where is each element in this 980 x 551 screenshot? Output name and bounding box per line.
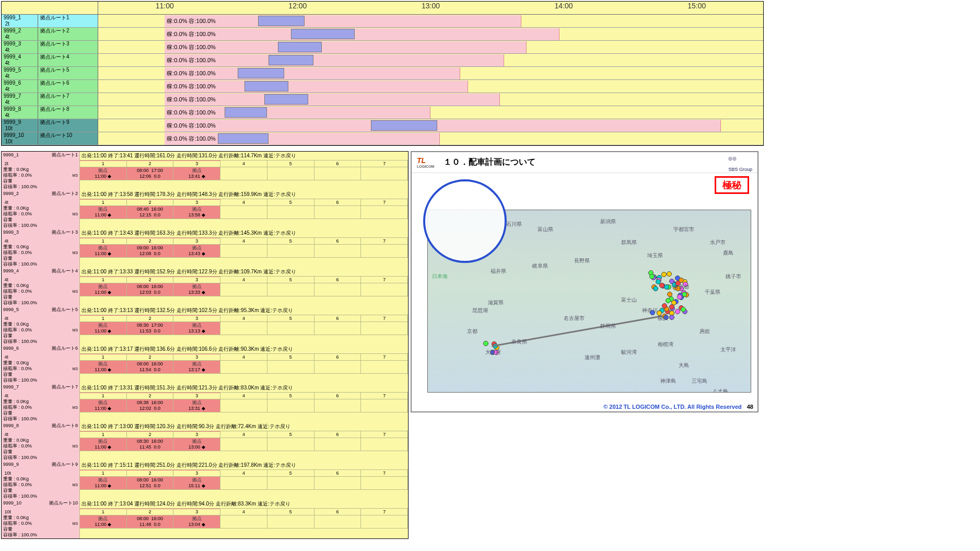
map-point-icon[interactable]	[653, 286, 658, 291]
detail-cell[interactable]: 208:40 16:0012:15 0.0	[127, 199, 174, 219]
detail-cell[interactable]: 5	[267, 238, 314, 258]
detail-cell[interactable]: 7	[361, 509, 408, 529]
gantt-bar-stop[interactable]	[264, 94, 308, 105]
gantt-bar-travel[interactable]: 稼:0.0% 容:100.0%	[165, 67, 460, 79]
detail-cell[interactable]: 4	[220, 354, 267, 374]
detail-cell[interactable]: 4	[220, 160, 267, 180]
detail-cell[interactable]: 208:30 17:0011:53 0.0	[127, 315, 174, 335]
gantt-row-label[interactable]: 9999_4 4t拠点ルート4	[2, 54, 98, 66]
gantt-bar-travel[interactable]: 稼:0.0% 容:100.0%	[165, 15, 521, 27]
detail-cell[interactable]: 3拠点13:58 ◆	[173, 199, 220, 219]
detail-cell[interactable]: 7	[361, 354, 408, 374]
detail-route-row[interactable]: 9999_5拠点ルート5 出発:11:00 終了:13:13 運行時間:132.…	[2, 306, 408, 345]
detail-cell[interactable]: 1拠点11:00 ◆	[80, 509, 127, 529]
detail-cell[interactable]: 4	[220, 431, 267, 451]
detail-cell[interactable]: 1拠点11:00 ◆	[80, 238, 127, 258]
detail-cell[interactable]: 7	[361, 431, 408, 451]
detail-cell[interactable]: 1拠点11:00 ◆	[80, 393, 127, 412]
gantt-row[interactable]: 9999_9 10t拠点ルート9稼:0.0% 容:100.0%	[2, 119, 763, 132]
gantt-bar-travel[interactable]: 稼:0.0% 容:100.0%	[165, 81, 468, 93]
gantt-row-label[interactable]: 9999_3 4t拠点ルート3	[2, 41, 98, 53]
detail-cell[interactable]: 7	[361, 238, 408, 258]
detail-cell[interactable]: 3拠点15:11 ◆	[173, 470, 220, 490]
gantt-row-label[interactable]: 9999_9 10t拠点ルート9	[2, 119, 98, 132]
detail-cell[interactable]: 1拠点11:00 ◆	[80, 160, 127, 180]
gantt-bar-stop[interactable]	[244, 81, 288, 91]
detail-cell[interactable]: 6	[314, 509, 361, 529]
gantt-row-label[interactable]: 9999_5 4t拠点ルート5	[2, 67, 98, 79]
detail-route-row[interactable]: 9999_4拠点ルート4 出発:11:00 終了:13:33 運行時間:152.…	[2, 268, 408, 306]
gantt-bar-travel[interactable]: 稼:0.0% 容:100.0%	[165, 133, 440, 145]
detail-cell[interactable]: 7	[361, 470, 408, 490]
map-point-icon[interactable]	[669, 304, 674, 309]
detail-cell[interactable]: 5	[267, 354, 314, 374]
gantt-row-label[interactable]: 9999_8 4t拠点ルート8	[2, 106, 98, 119]
gantt-row[interactable]: 9999_3 4t拠点ルート3稼:0.0% 容:100.0%	[2, 41, 763, 54]
gantt-bar-travel[interactable]: 稼:0.0% 容:100.0%	[165, 120, 720, 132]
gantt-row[interactable]: 9999_5 4t拠点ルート5稼:0.0% 容:100.0%	[2, 67, 763, 80]
detail-cell[interactable]: 3拠点13:41 ◆	[173, 160, 220, 180]
detail-cell[interactable]: 208:30 16:0011:45 0.0	[127, 431, 174, 451]
detail-cell[interactable]: 209:00 16:0012:08 0.0	[127, 238, 174, 258]
gantt-row-label[interactable]: 9999_6 4t拠点ルート6	[2, 80, 98, 93]
detail-cell[interactable]: 208:00 17:0012:06 0.0	[127, 160, 174, 180]
detail-cell[interactable]: 3拠点13:31 ◆	[173, 393, 220, 412]
detail-cell[interactable]: 6	[314, 393, 361, 412]
detail-cell[interactable]: 208:38 16:0012:02 0.0	[127, 393, 174, 412]
gantt-bar-travel[interactable]: 稼:0.0% 容:100.0%	[165, 41, 527, 53]
gantt-row-label[interactable]: 9999_2 4t拠点ルート2	[2, 28, 98, 40]
detail-cell[interactable]: 6	[314, 315, 361, 335]
detail-cell[interactable]: 1拠点11:00 ◆	[80, 354, 127, 374]
detail-cell[interactable]: 3拠点13:04 ◆	[173, 509, 220, 529]
map-point-icon[interactable]	[667, 271, 672, 277]
gantt-row[interactable]: 9999_7 4t拠点ルート7稼:0.0% 容:100.0%	[2, 93, 763, 106]
gantt-row[interactable]: 9999_1 2t拠点ルート1稼:0.0% 容:100.0%	[2, 15, 763, 28]
detail-cell[interactable]: 1拠点11:00 ◆	[80, 315, 127, 335]
gantt-row-label[interactable]: 9999_1 2t拠点ルート1	[2, 15, 98, 27]
detail-cell[interactable]: 6	[314, 354, 361, 374]
detail-cell[interactable]: 3拠点13:13 ◆	[173, 315, 220, 335]
detail-cell[interactable]: 4	[220, 393, 267, 412]
detail-cell[interactable]: 5	[267, 431, 314, 451]
detail-route-row[interactable]: 9999_6拠点ルート6 出発:11:00 終了:13:17 運行時間:136.…	[2, 345, 408, 384]
detail-cell[interactable]: 5	[267, 199, 314, 219]
gantt-bar-stop[interactable]	[218, 133, 269, 144]
detail-cell[interactable]: 5	[267, 393, 314, 412]
detail-cell[interactable]: 4	[220, 315, 267, 335]
detail-cell[interactable]: 1拠点11:00 ◆	[80, 199, 127, 219]
detail-cell[interactable]: 1拠点11:00 ◆	[80, 277, 127, 296]
detail-cell[interactable]: 7	[361, 277, 408, 296]
gantt-row[interactable]: 9999_4 4t拠点ルート4稼:0.0% 容:100.0%	[2, 54, 763, 67]
gantt-row-label[interactable]: 9999_10 10t拠点ルート10	[2, 132, 98, 145]
detail-cell[interactable]: 208:00 16:0012:03 0.0	[127, 277, 174, 296]
detail-cell[interactable]: 3拠点13:00 ◆	[173, 431, 220, 451]
gantt-bar-stop[interactable]	[258, 16, 305, 26]
detail-cell[interactable]: 1拠点11:00 ◆	[80, 470, 127, 490]
gantt-bar-stop[interactable]	[291, 29, 355, 39]
detail-cell[interactable]: 5	[267, 470, 314, 490]
map-point-icon[interactable]	[649, 274, 655, 279]
detail-cell[interactable]: 4	[220, 199, 267, 219]
detail-cell[interactable]: 5	[267, 509, 314, 529]
detail-cell[interactable]: 7	[361, 315, 408, 335]
gantt-row[interactable]: 9999_6 4t拠点ルート6稼:0.0% 容:100.0%	[2, 80, 763, 93]
detail-cell[interactable]: 4	[220, 238, 267, 258]
map-point-icon[interactable]	[656, 279, 661, 284]
detail-cell[interactable]: 6	[314, 199, 361, 219]
gantt-row[interactable]: 9999_2 4t拠点ルート2稼:0.0% 容:100.0%	[2, 28, 763, 41]
detail-cell[interactable]: 208:00 16:0011:54 0.0	[127, 354, 174, 374]
detail-cell[interactable]: 208:00 16:0011:48 0.0	[127, 509, 174, 529]
gantt-bar-stop[interactable]	[269, 55, 314, 65]
map-point-icon[interactable]	[679, 278, 684, 283]
map-point-icon[interactable]	[664, 284, 669, 290]
detail-route-row[interactable]: 9999_7拠点ルート7 出発:11:00 終了:13:31 運行時間:151.…	[2, 384, 408, 422]
gantt-row[interactable]: 9999_10 10t拠点ルート10稼:0.0% 容:100.0%	[2, 132, 763, 145]
detail-cell[interactable]: 6	[314, 238, 361, 258]
map-point-icon[interactable]	[669, 315, 674, 320]
detail-cell[interactable]: 5	[267, 315, 314, 335]
gantt-bar-stop[interactable]	[371, 120, 437, 131]
gantt-bar-stop[interactable]	[278, 42, 322, 52]
detail-cell[interactable]: 4	[220, 277, 267, 296]
detail-cell[interactable]: 7	[361, 393, 408, 412]
detail-cell[interactable]: 4	[220, 509, 267, 529]
